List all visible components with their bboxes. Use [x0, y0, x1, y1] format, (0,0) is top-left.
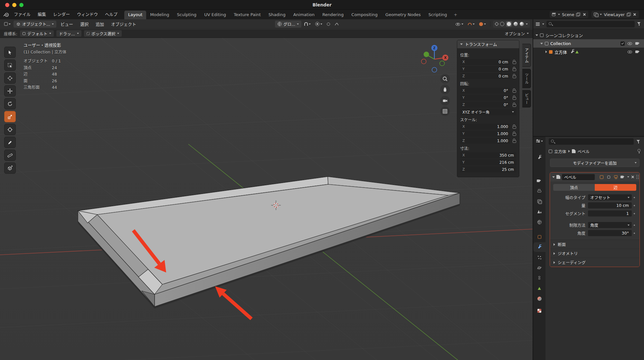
menu-object[interactable]: オブジェクト: [108, 21, 139, 27]
new-scene-icon[interactable]: [576, 13, 580, 17]
zoom-window-button[interactable]: [19, 3, 24, 7]
workspace-tab-sculpting[interactable]: Sculpting: [173, 11, 200, 19]
transform-panel-header[interactable]: トランスフォーム: [457, 40, 519, 48]
ptab-world[interactable]: [533, 217, 545, 227]
modifier-name-field[interactable]: ベベル: [562, 174, 595, 180]
filter-icon[interactable]: [636, 140, 641, 144]
animate-decorator[interactable]: [632, 233, 637, 234]
mode-selector[interactable]: オブジェクト...: [14, 21, 56, 28]
camera-view-button[interactable]: [440, 96, 450, 106]
ptab-texture[interactable]: [533, 306, 545, 316]
modifier-extras-icon[interactable]: [627, 176, 629, 178]
outliner-search-input[interactable]: [546, 21, 635, 27]
rotation-y-field[interactable]: Y0°: [460, 95, 510, 101]
pan-button[interactable]: [440, 85, 450, 94]
animate-decorator[interactable]: [632, 225, 637, 226]
view-layer-selector[interactable]: ViewLayer: [592, 11, 639, 18]
options-dropdown[interactable]: オプション: [505, 31, 529, 37]
filter-icon[interactable]: [637, 22, 641, 26]
gizmo-y-neg-axis[interactable]: [440, 61, 445, 66]
subpanel-profile[interactable]: 断面: [550, 240, 639, 249]
sidebar-tab-tool[interactable]: ツール: [522, 69, 531, 88]
falloff-button[interactable]: [325, 21, 332, 28]
animate-decorator[interactable]: [632, 205, 637, 206]
select-mode-selector[interactable]: ボックス選択: [84, 30, 122, 37]
tweak-tool-button[interactable]: [4, 47, 16, 58]
blender-logo-icon[interactable]: [3, 12, 10, 17]
menu-window[interactable]: ウィンドウ: [73, 10, 101, 19]
workspace-tab-geometry-nodes[interactable]: Geometry Nodes: [382, 11, 425, 19]
workspace-tab-uv-editing[interactable]: UV Editing: [200, 11, 230, 19]
ptab-object-data[interactable]: [533, 283, 545, 293]
ptab-render[interactable]: [533, 176, 545, 186]
lock-icon[interactable]: [512, 74, 516, 78]
limit-method-dropdown[interactable]: 角度: [588, 222, 632, 228]
menu-add[interactable]: 追加: [93, 21, 107, 27]
wireframe-shading-button[interactable]: [500, 22, 504, 26]
measure-tool-button[interactable]: [4, 150, 16, 161]
collapse-icon[interactable]: [552, 176, 555, 178]
pin-icon[interactable]: [637, 149, 641, 153]
outliner-row-cube-object[interactable]: 立方体: [533, 48, 644, 56]
menu-edit[interactable]: 編集: [34, 10, 50, 19]
dimensions-y-field[interactable]: Y216 cm: [460, 159, 516, 165]
segments-field[interactable]: 1: [588, 210, 632, 217]
hide-in-viewport-icon[interactable]: [628, 42, 632, 46]
add-workspace-button[interactable]: +: [451, 11, 460, 19]
ptab-output[interactable]: [533, 186, 545, 196]
workspace-tab-scripting[interactable]: Scripting: [424, 11, 451, 19]
lock-icon[interactable]: [512, 96, 516, 100]
ptab-view-layer[interactable]: [533, 197, 545, 206]
lock-icon[interactable]: [512, 60, 516, 64]
workspace-tab-shading[interactable]: Shading: [265, 11, 289, 19]
show-on-cage-toggle[interactable]: [606, 174, 611, 180]
affect-edges-button[interactable]: 辺: [595, 184, 636, 191]
remove-view-layer-icon[interactable]: [633, 13, 637, 16]
workspace-tab-layout[interactable]: Layout: [124, 11, 146, 19]
navigation-gizmo[interactable]: Z X: [420, 42, 449, 74]
location-z-field[interactable]: Z0 cm: [460, 73, 510, 79]
expand-icon[interactable]: [545, 51, 547, 53]
breadcrumb-modifier[interactable]: ベベル: [578, 148, 590, 154]
snap-toggle[interactable]: [303, 21, 312, 28]
menu-select[interactable]: 選択: [77, 21, 91, 27]
show-realtime-toggle[interactable]: [613, 174, 619, 180]
disable-in-render-icon[interactable]: [635, 50, 640, 54]
lock-icon[interactable]: [512, 132, 516, 136]
affect-vertices-button[interactable]: 頂点: [553, 184, 595, 191]
drag-handle-icon[interactable]: [636, 175, 637, 179]
lock-icon[interactable]: [512, 67, 516, 71]
viewport-scene[interactable]: [0, 38, 533, 360]
sidebar-tab-view[interactable]: ビュー: [522, 90, 531, 107]
coord-system-selector[interactable]: デフォルト: [20, 30, 54, 37]
show-overlays-toggle[interactable]: [478, 21, 488, 28]
drag-mode-selector[interactable]: ドラッ...: [56, 30, 81, 37]
annotate-tool-button[interactable]: [4, 137, 16, 148]
amount-field[interactable]: 10 cm: [588, 202, 632, 208]
show-gizmo-toggle[interactable]: [466, 21, 476, 28]
collection-checkbox[interactable]: [620, 42, 625, 46]
subpanel-shading[interactable]: シェーディング: [550, 258, 639, 267]
outliner-editor-icon[interactable]: [536, 22, 540, 26]
transform-orientation-selector[interactable]: グロ...: [275, 21, 301, 28]
properties-editor-selector[interactable]: [533, 139, 545, 143]
delete-modifier-icon[interactable]: [631, 175, 635, 179]
scale-y-field[interactable]: Y1.000: [460, 131, 510, 137]
location-x-field[interactable]: X0 cm: [460, 59, 510, 65]
disable-in-render-icon[interactable]: [635, 42, 640, 45]
transform-tool-button[interactable]: [4, 124, 16, 135]
sidebar-tab-item[interactable]: アイテム: [522, 44, 531, 67]
ptab-object[interactable]: [533, 232, 545, 242]
gizmo-x-neg-axis[interactable]: [421, 59, 426, 64]
add-modifier-button[interactable]: モディファイアーを追加: [550, 159, 639, 167]
edit-mode-display-toggle[interactable]: [599, 174, 604, 180]
material-preview-button[interactable]: [514, 22, 518, 26]
outliner-row-scene-collection[interactable]: シーンコレクション: [533, 31, 644, 39]
solid-shading-button[interactable]: [506, 21, 512, 27]
move-tool-button[interactable]: [4, 85, 16, 97]
menu-help[interactable]: ヘルプ: [101, 10, 121, 19]
dimensions-z-field[interactable]: Z25 cm: [460, 166, 516, 172]
animate-decorator[interactable]: [632, 213, 637, 214]
gizmo-z-neg-axis[interactable]: [432, 68, 437, 72]
expand-icon[interactable]: [535, 34, 538, 36]
